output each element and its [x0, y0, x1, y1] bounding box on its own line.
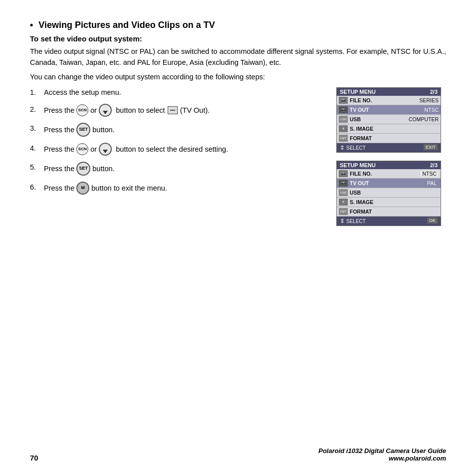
file-label-1: FILE NO. — [350, 97, 417, 103]
brand-line-1: Polaroid i1032 Digital Camera User Guide — [318, 447, 446, 455]
menu-2-page: 2/3 — [430, 162, 438, 168]
tv-icon-2: 📷 — [339, 180, 348, 187]
scroll-down-button-1 — [99, 104, 112, 117]
scn-button-1: SCN — [76, 104, 88, 116]
step-5: 5. Press the SET button. — [30, 162, 326, 176]
step-2: 2. Press the SCN or button to select (TV… — [30, 104, 326, 117]
step-1: 1. Access the setup menu. — [30, 87, 326, 98]
simage-icon-2: ☀ — [339, 199, 348, 206]
format-icon-2: FMT — [339, 208, 348, 215]
setup-menu-2: SETUP MENU 2/3 📷 FILE NO. NTSC 📷 TV OUT … — [336, 161, 441, 226]
usb-icon-1: USB — [339, 116, 348, 123]
menu-1-header: SETUP MENU 2/3 — [337, 88, 441, 96]
usb-label-1: USB — [350, 116, 407, 122]
menu-1-footer: ⇕ SELECT EXIT — [337, 143, 441, 152]
brand-info: Polaroid i1032 Digital Camera User Guide… — [318, 447, 446, 462]
select-label-2: SELECT — [346, 219, 366, 224]
tv-label-2: TV OUT — [350, 180, 423, 186]
step-4-text: Press the SCN or button to select the de… — [44, 143, 326, 156]
menu-2-title: SETUP MENU — [340, 162, 376, 168]
menus-column: SETUP MENU 2/3 📷 FILE NO. SERIES 📷 TV OU… — [336, 87, 446, 226]
simage-label-1: S. IMAGE — [350, 126, 437, 132]
menu-2-row-file: 📷 FILE NO. NTSC — [337, 169, 441, 179]
scn-button-2: SCN — [76, 143, 88, 155]
menu-2-footer-right: OK — [427, 218, 438, 225]
tv-label-1: TV OUT — [350, 107, 422, 113]
arrow-icon-1: ⇕ — [340, 144, 345, 151]
step-3-num: 3. — [30, 123, 44, 137]
scroll-down-button-2 — [99, 143, 112, 156]
page-title: • Viewing Pictures and Video Clips on a … — [30, 20, 446, 30]
setup-menu-1: SETUP MENU 2/3 📷 FILE NO. SERIES 📷 TV OU… — [336, 87, 441, 153]
arrow-icon-2: ⇕ — [340, 218, 345, 225]
set-button-2: SET — [76, 162, 90, 176]
simage-icon-1: ☀ — [339, 125, 348, 132]
set-button-1: SET — [76, 123, 90, 137]
page-number: 70 — [30, 454, 38, 462]
menu-1-row-usb: USB USB COMPUTER — [337, 115, 441, 124]
menu-button: M — [76, 182, 89, 195]
menu-2-row-usb: USB USB — [337, 188, 441, 198]
menu-2-row-tv: 📷 TV OUT PAL — [337, 179, 441, 188]
step-2-num: 2. — [30, 104, 44, 117]
tv-value-2: PAL — [425, 180, 439, 186]
brand-line-2: www.polaroid.com — [318, 455, 446, 462]
format-icon-1: FMT — [339, 135, 348, 142]
menu-1-page: 2/3 — [430, 89, 438, 95]
file-value-2: NTSC — [420, 171, 439, 177]
menu-1-row-simage: ☀ S. IMAGE — [337, 124, 441, 134]
menu-2-row-simage: ☀ S. IMAGE — [337, 198, 441, 207]
steps-column: 1. Access the setup menu. 2. Press the S… — [30, 87, 336, 226]
simage-label-2: S. IMAGE — [350, 199, 437, 205]
content-area: 1. Access the setup menu. 2. Press the S… — [30, 87, 446, 226]
format-label-1: FORMAT — [350, 135, 437, 141]
step-1-text: Access the setup menu. — [44, 87, 326, 98]
menu-2-header: SETUP MENU 2/3 — [337, 161, 441, 169]
file-icon-2: 📷 — [339, 170, 348, 177]
tv-value-1: NTSC — [424, 107, 439, 113]
file-icon-1: 📷 — [339, 97, 348, 104]
step-6-num: 6. — [30, 182, 44, 195]
step-6-text: Press the M button to exit the menu. — [44, 182, 326, 195]
menu-1-footer-right: EXIT — [424, 144, 438, 151]
menu-2-footer-left: ⇕ SELECT — [340, 218, 366, 225]
ok-label: OK — [427, 218, 438, 224]
step-4-num: 4. — [30, 143, 44, 156]
footer: 70 Polaroid i1032 Digital Camera User Gu… — [30, 447, 446, 462]
step-3-text: Press the SET button. — [44, 123, 326, 137]
select-label-1: SELECT — [346, 145, 366, 151]
tv-out-icon — [168, 106, 178, 114]
page: • Viewing Pictures and Video Clips on a … — [0, 0, 476, 476]
menu-1-row-file: 📷 FILE NO. SERIES — [337, 96, 441, 105]
step-5-text: Press the SET button. — [44, 162, 326, 176]
file-value-1: SERIES — [419, 97, 439, 103]
step-3: 3. Press the SET button. — [30, 123, 326, 137]
usb-icon-2: USB — [339, 189, 348, 196]
tv-icon-1: 📷 — [339, 106, 348, 113]
menu-1-row-tv: 📷 TV OUT NTSC — [337, 105, 441, 115]
exit-label-1: EXIT — [424, 144, 438, 150]
step-5-num: 5. — [30, 162, 44, 176]
intro-para-2: You can change the video output system a… — [30, 71, 446, 82]
step-2-text: Press the SCN or button to select (TV Ou… — [44, 104, 326, 117]
usb-value-1: COMPUTER — [409, 116, 439, 122]
menu-1-title: SETUP MENU — [340, 89, 376, 95]
menu-2-row-format: FMT FORMAT — [337, 207, 441, 217]
subtitle: To set the video output system: — [30, 34, 446, 43]
step-4: 4. Press the SCN or button to select the… — [30, 143, 326, 156]
menu-2-footer: ⇕ SELECT OK — [337, 217, 441, 226]
bullet: • — [30, 20, 33, 30]
usb-label-2: USB — [350, 190, 437, 196]
format-label-2: FORMAT — [350, 209, 437, 215]
menu-1-footer-left: ⇕ SELECT — [340, 144, 366, 151]
intro-para-1: The video output signal (NTSC or PAL) ca… — [30, 46, 446, 68]
file-label-2: FILE NO. — [350, 171, 418, 177]
menu-1-row-format: FMT FORMAT — [337, 134, 441, 143]
step-6: 6. Press the M button to exit the menu. — [30, 182, 326, 195]
step-1-num: 1. — [30, 87, 44, 98]
